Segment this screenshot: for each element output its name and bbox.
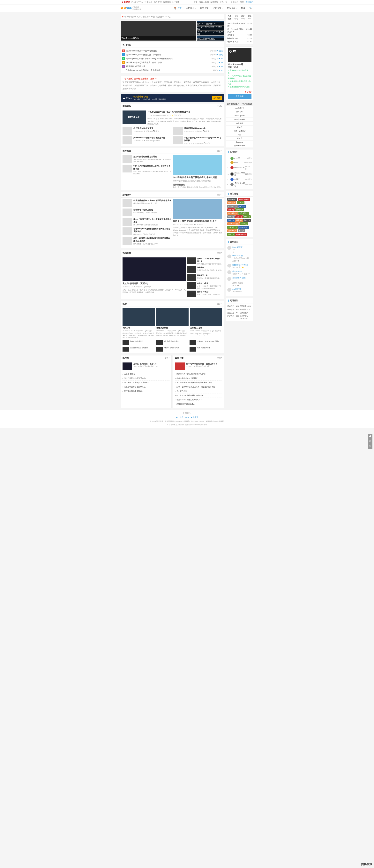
nav-shop[interactable]: 商城 xyxy=(240,6,246,10)
news-item[interactable]: 盘点中国特色食材之四川篇说起四川美食食必须就要说到四川的食材，食材川菜菜品丰有好… xyxy=(123,155,172,163)
movie-card[interactable]: 奇异博士-高清⏱ 2017-02-07 · 👁 阅读(1042) · 💬 暂无评… xyxy=(190,308,222,339)
tag[interactable]: UI网 (2) xyxy=(227,215,235,218)
tag[interactable]: 潜闻750 (1) xyxy=(227,229,237,232)
movie-card[interactable]: 你的名字⏱ 2017-03-24 · 👁 阅读(2268) · 💬 评论(5)故… xyxy=(123,308,155,339)
tag[interactable]: 董车 (1) xyxy=(238,229,245,232)
news-item[interactable]: 谷歌，微软还未从漏洞者获得得到CIA网络攻击工具信息据外媒报道，自从维基解密公开… xyxy=(123,237,172,245)
tag[interactable]: PHP (1) xyxy=(243,215,251,218)
tag[interactable]: 热门推荐 (5) xyxy=(227,212,238,215)
video-item[interactable]: 你的名字故事发生在年月之后东京。蕾·从来... xyxy=(187,266,222,273)
topbar-link[interactable]: 消息 xyxy=(240,1,244,3)
tencent-banner[interactable]: ☁ 腾讯云 云产品特惠3折起云服务器、云数据库预售、高级通、消息队列等 立即抢购 xyxy=(121,94,224,102)
tag[interactable]: DUX (6) xyxy=(237,201,245,204)
topbar-link[interactable]: 后台管理 xyxy=(154,1,162,3)
rank-item[interactable]: 5.中国行115 积分 xyxy=(227,177,252,181)
search-icon[interactable]: 🔍 xyxy=(248,6,253,10)
table-row[interactable]: 免费建站 xyxy=(226,121,253,125)
list-item[interactable]: 本站推荐两个在线观图的VIP解析方法 xyxy=(175,372,222,376)
hot-item[interactable]: 2为Wordpress加一个微博内容，评论应用评论(16) ❤ 收藏 xyxy=(122,53,223,57)
online-item[interactable]: 视频测试文章01:20 xyxy=(227,37,252,40)
online-item[interactable]: 奇异博士-高清01:20 xyxy=(227,40,252,43)
tag[interactable]: 轻博客 (7) xyxy=(227,201,236,204)
more-link[interactable]: 更多> xyxy=(217,150,222,152)
more-link[interactable]: 更多> xyxy=(217,252,222,254)
rank-item[interactable]: 4.亮晶晶灯饰批发115 积分 xyxy=(227,171,252,177)
post-card[interactable]: 为WordPress增加一个分享海报功能⏱ 2019-02-03 👁 阅读(38… xyxy=(123,136,172,145)
tag[interactable]: wordpress主题 xyxy=(227,222,240,225)
comment-item[interactable]: 爱窝 (游客) 03-10日这么便宜吗？👍 xyxy=(227,264,252,269)
list-item[interactable]: 达州景色合集 xyxy=(175,389,222,393)
post-title[interactable]: 鬼吹灯-怒晴湘西（更新15） xyxy=(123,282,186,285)
tag[interactable]: wordpress (10) xyxy=(238,198,250,201)
tag[interactable]: 轻博客 (11) xyxy=(227,198,237,201)
movie-thumb[interactable]: 神秘家族-在线播放 xyxy=(123,340,155,345)
hot-item[interactable]: 1为Wordpress增加一个分享海报功能评论(25) ❤ 置顶 xyxy=(122,49,223,53)
tag[interactable]: 生化危机 (1) xyxy=(227,226,238,229)
movie-thumb[interactable]: 黑客-高清在线播放 xyxy=(190,347,222,351)
video-item[interactable]: 新一代JX35自用双全，全新上市！！12月13日，东风智扬官方宣布全新... xyxy=(187,257,222,265)
tag[interactable]: 轻作 (5) xyxy=(239,205,246,208)
video-item[interactable]: 西部侠-30集全介绍：《西部》讲述了在西部无人... xyxy=(187,290,222,298)
list-item[interactable]: 相龙EOS 5D要都试机式戏略SUV xyxy=(175,398,222,402)
rank-item[interactable]: 2.kobe3722 积分 xyxy=(227,160,252,165)
video-item[interactable]: 奇异博士-高清介绍：《奇异博士-斯蒂芬·斯特兰奇博士（Benedict Cumb… xyxy=(187,282,222,289)
table-row[interactable]: burberry官网 xyxy=(226,114,253,118)
more-link[interactable]: 更多> xyxy=(217,193,222,196)
tab[interactable]: 聚集VIP xyxy=(246,14,253,21)
topbar-link[interactable]: 进入用户中心 xyxy=(131,1,143,3)
topbar-link[interactable]: 联系 xyxy=(220,1,224,3)
post-title[interactable]: 鬼吹灯-怒晴湘西（更新15） xyxy=(133,363,158,365)
list-item[interactable]: 第二集孕犬人生-更新至【19集】 xyxy=(123,380,170,385)
tag[interactable]: 高清 (1) xyxy=(227,233,235,236)
slider-main[interactable]: WordPress主页QUX xyxy=(121,21,196,40)
tag[interactable]: 便民应用 (2) xyxy=(239,212,249,215)
topbar-link[interactable]: 编辑工具箱 xyxy=(199,1,209,3)
table-row[interactable]: 公司注销 xyxy=(226,110,253,114)
tag[interactable]: 高清 (4) xyxy=(235,215,243,218)
table-row[interactable]: 400 xyxy=(226,133,253,136)
slider-item[interactable]: 为WordPress主题增加一个... xyxy=(197,21,224,25)
topbar-link[interactable]: 首页 xyxy=(194,1,197,3)
slider-item[interactable]: 9wordpress相关新功能加一个函数就搞定 xyxy=(197,26,224,30)
online-item[interactable]: 你的名字01:20 xyxy=(227,33,252,37)
news-item[interactable]: 谷歌Hangouts退出消费新版 聊天化工作会议两场所谷歌GB 10日已推出此园… xyxy=(123,227,172,236)
post-image[interactable] xyxy=(173,155,222,175)
topbar-link[interactable]: 关注我们 xyxy=(245,1,253,3)
qiniu-logo[interactable]: ☁ 七牛云 QINIU xyxy=(176,416,189,418)
movie-thumb[interactable]: 机械师2-在线观看高清 xyxy=(156,347,189,351)
nav-tech[interactable]: 网站技术 xyxy=(185,6,197,10)
tencent-logo[interactable]: ☁ 腾讯云 xyxy=(191,416,198,418)
nav-video[interactable]: 视频分享 xyxy=(212,6,224,10)
table-row[interactable]: 央语学习网站 xyxy=(226,118,253,121)
topbar-link[interactable]: 关于 xyxy=(225,1,229,3)
hot-item[interactable]: 5轻语博客小程序上线啦评论(10) ❤ 06 xyxy=(122,64,223,68)
post-title[interactable]: 2017年达州将发生翻天覆地的变化,未来太期待 xyxy=(173,176,222,179)
tag[interactable]: 海报 (1) xyxy=(227,219,235,222)
online-item[interactable]: 鬼吹灯-怒晴湘西（更新15）02:20 xyxy=(227,22,252,28)
list-item[interactable]: 好啊！达州城市宣传片上央视，通达之州美爆视觉 xyxy=(175,385,222,389)
slider-item[interactable]: 移至app子域名下的原因是 xyxy=(197,36,224,40)
table-row[interactable]: 注册个体工商户 xyxy=(226,129,253,133)
post-title[interactable]: 脱欧未决 英政府最新《数字英国战略》引争议 xyxy=(173,220,222,223)
banner-btn[interactable]: 立即抢购 xyxy=(212,96,222,100)
comment-item[interactable]: Kane 17天前言言☺ xyxy=(227,246,252,253)
news-item[interactable]: 好啊！达州城市宣传片上央视，通达之州美爆视觉今天，央视《美型中国》CL频道播达州… xyxy=(123,165,172,175)
table-row[interactable]: burberry xyxy=(226,140,253,144)
comment-item[interactable]: 香窝分押子~请测测 Magento 主题 ATL xyxy=(227,270,252,275)
tag[interactable]: 国外的 (5) xyxy=(235,208,244,211)
post-image[interactable] xyxy=(123,363,132,370)
tag[interactable]: 黑客 (4) xyxy=(235,219,243,222)
hot-item[interactable]: 6为你的wordpress主题增加一个点赞功能评论(9) ❤ 02 xyxy=(122,68,223,72)
post-image[interactable] xyxy=(175,363,185,370)
news-item[interactable]: 彻底屏蔽你的WordPress 管理员登录用户名我们博客的同学应该都发现了，经.… xyxy=(123,199,172,207)
comment-item[interactable]: mall (游客)发得好吗？☺ xyxy=(227,288,252,293)
movie-thumb[interactable]: 大话西游伏妖篇-在线播放 xyxy=(123,347,155,351)
comment-item[interactable]: kmal 03-10日主题怎么购买，03-10日支持一下 xyxy=(227,254,252,262)
logo[interactable]: 轻语博客 xyxy=(121,6,132,10)
online-item[interactable]: 新一代JX35自用双全，全新上市！！01:20 xyxy=(227,28,252,33)
table-row[interactable]: 轻体户 xyxy=(226,125,253,129)
list-item[interactable]: 法医秦明更新至【第20集全】 xyxy=(123,385,170,389)
more-link[interactable]: 更多> xyxy=(217,105,222,107)
list-item[interactable]: 教大家加750篇材 修手台玩的盒GPX xyxy=(175,393,222,398)
list-item[interactable]: 盘点中国特色食材之四川篇 xyxy=(175,376,222,380)
